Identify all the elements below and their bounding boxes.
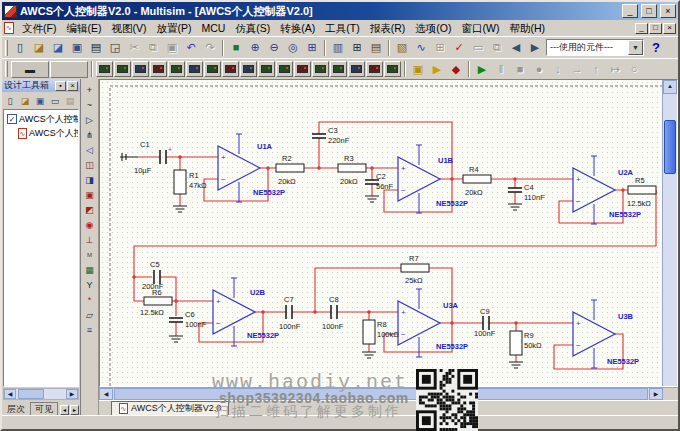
zoom-page-button[interactable]: ◎ (284, 39, 302, 57)
step-out-button[interactable]: ↑ (587, 60, 605, 78)
project-bar-button-a[interactable]: ▬ (11, 61, 49, 78)
labview-instrument-button[interactable]: ▣ (409, 60, 427, 78)
scroll-right-icon[interactable]: ▶ (66, 389, 78, 399)
toolbox-help-button[interactable]: ▤ (63, 94, 77, 108)
erc-check-button[interactable]: ✓ (450, 39, 468, 57)
distortion-analyzer-button[interactable] (294, 61, 311, 77)
toolbox-horizontal-scrollbar[interactable]: ◀ ▶ (3, 388, 79, 400)
cut-button[interactable]: ✂ (125, 39, 143, 57)
place-transistor-button[interactable]: ⋔ (82, 127, 98, 142)
function-generator-button[interactable] (114, 61, 131, 77)
design-toolbox-titlebar[interactable]: 设计工具箱 ▪ × (2, 79, 80, 92)
open-sample-button[interactable]: ◪ (49, 39, 67, 57)
tabs-scroll-left-icon[interactable]: ◂ (60, 405, 69, 415)
in-use-list-combo[interactable]: ---使用的元件--- ▼ (546, 39, 644, 56)
breadboard-view-button[interactable]: ▧ (393, 39, 411, 57)
scroll-up-icon[interactable]: ▲ (663, 80, 677, 94)
simulate-pause-button[interactable]: ‖ (492, 60, 510, 78)
place-basic-button[interactable]: ~ (82, 97, 98, 112)
project-bar-button-b[interactable] (50, 61, 88, 78)
place-misc-button[interactable]: M (82, 247, 98, 262)
simulate-stop-button[interactable]: ■ (511, 60, 529, 78)
schematic-workspace[interactable]: + C1 10µF C3 220nF C2 56nF (99, 79, 678, 387)
component-U3B[interactable]: +− U3B NE5532P (573, 300, 639, 368)
restore-button[interactable]: □ (641, 4, 657, 18)
scroll-thumb[interactable] (18, 389, 44, 399)
panel-minimize-button[interactable]: ▪ (55, 81, 66, 91)
tab-visibility[interactable]: 可见 (30, 402, 58, 415)
step-into-button[interactable]: ↓ (549, 60, 567, 78)
open-file-button[interactable]: ◪ (30, 39, 48, 57)
full-screen-button[interactable]: ■ (227, 39, 245, 57)
frequency-counter-button[interactable] (204, 61, 221, 77)
word-generator-button[interactable] (222, 61, 239, 77)
place-diode-button[interactable]: ▷ (82, 112, 98, 127)
place-source-button[interactable]: + (82, 82, 98, 97)
wattmeter-button[interactable] (132, 61, 149, 77)
mdi-restore-button[interactable]: □ (649, 23, 662, 34)
agilent-multimeter-button[interactable] (366, 61, 383, 77)
component-C8[interactable]: C8 100nF (322, 295, 344, 331)
print-preview-button[interactable]: ◲ (106, 39, 124, 57)
menu-item[interactable]: MCU (196, 20, 230, 36)
component-R9[interactable]: R9 50kΩ (510, 331, 542, 355)
place-power-button[interactable]: ⊥ (82, 232, 98, 247)
menu-item[interactable]: 工具(T) (320, 20, 364, 36)
back-annotate-button[interactable]: ◀ (507, 39, 525, 57)
oscilloscope-button[interactable] (150, 61, 167, 77)
database-manager-button[interactable]: ▤ (367, 39, 385, 57)
new-file-button[interactable]: ▯ (11, 39, 29, 57)
place-ttl-button[interactable]: ◫ (82, 157, 98, 172)
simulate-run-button[interactable]: ▶ (473, 60, 491, 78)
copy-button[interactable]: ⧉ (144, 39, 162, 57)
scroll-thumb[interactable] (114, 388, 648, 400)
component-C5[interactable]: C5 200nF (142, 260, 164, 291)
mdi-close-button[interactable]: × (663, 23, 676, 34)
menu-item[interactable]: 报表(R) (365, 20, 411, 36)
place-electromechanical-button[interactable]: * (82, 292, 98, 307)
design-toolbox-toggle[interactable]: ▥ (329, 39, 347, 57)
four-channel-oscilloscope-button[interactable] (168, 61, 185, 77)
component-R3[interactable]: R3 20kΩ (338, 154, 366, 186)
menu-item[interactable]: 窗口(W) (457, 20, 505, 36)
redo-button[interactable]: ↷ (201, 39, 219, 57)
zoom-out-button[interactable]: ⊖ (265, 39, 283, 57)
toolbox-close-button[interactable]: ▭ (48, 94, 62, 108)
menu-item[interactable]: 仿真(S) (230, 20, 275, 36)
place-indicator-button[interactable]: ◉ (82, 217, 98, 232)
component-R5[interactable]: R5 12.5kΩ (627, 176, 656, 208)
agilent-oscilloscope-button[interactable] (384, 61, 401, 77)
record-button[interactable]: ● (530, 60, 548, 78)
toolbar-drag-handle[interactable] (5, 61, 8, 77)
toolbox-open-button[interactable]: ◪ (18, 94, 32, 108)
agilent-function-generator-button[interactable] (348, 61, 365, 77)
scroll-left-icon[interactable]: ◀ (99, 388, 113, 400)
postprocessor-button[interactable]: ⊞ (431, 39, 449, 57)
canvas-horizontal-scrollbar[interactable]: ◀ ▶ (99, 387, 678, 400)
component-R1[interactable]: R1 47kΩ (174, 170, 207, 194)
undo-button[interactable]: ↶ (182, 39, 200, 57)
menu-item[interactable]: 文件(F) (17, 20, 61, 36)
scroll-left-icon[interactable]: ◀ (4, 389, 16, 399)
toolbox-new-button[interactable]: ▯ (3, 94, 17, 108)
breakpoint-button[interactable]: ○ (625, 60, 643, 78)
schematic-canvas[interactable]: + C1 10µF C3 220nF C2 56nF (100, 80, 668, 387)
print-button[interactable]: ▤ (87, 39, 105, 57)
input-terminal[interactable] (120, 153, 138, 161)
iv-analyzer-button[interactable] (276, 61, 293, 77)
panel-close-button[interactable]: × (67, 81, 78, 91)
component-C7[interactable]: C7 100nF (279, 295, 301, 331)
forward-annotate-button[interactable]: ▶ (526, 39, 544, 57)
place-mixed-button[interactable]: ◩ (82, 202, 98, 217)
capture-area-button[interactable]: ▭ (469, 39, 487, 57)
bode-plotter-button[interactable] (186, 61, 203, 77)
mdi-minimize-button[interactable]: _ (635, 23, 648, 34)
app-icon[interactable] (4, 5, 17, 18)
component-R2[interactable]: R2 20kΩ (276, 154, 304, 186)
component-C6[interactable]: C6 100nF (169, 310, 207, 329)
menu-item[interactable]: 选项(O) (410, 20, 456, 36)
place-cmos-button[interactable]: ◨ (82, 172, 98, 187)
logic-analyzer-button[interactable] (240, 61, 257, 77)
component-C2[interactable]: C2 56nF (365, 172, 394, 191)
logic-converter-button[interactable] (258, 61, 275, 77)
